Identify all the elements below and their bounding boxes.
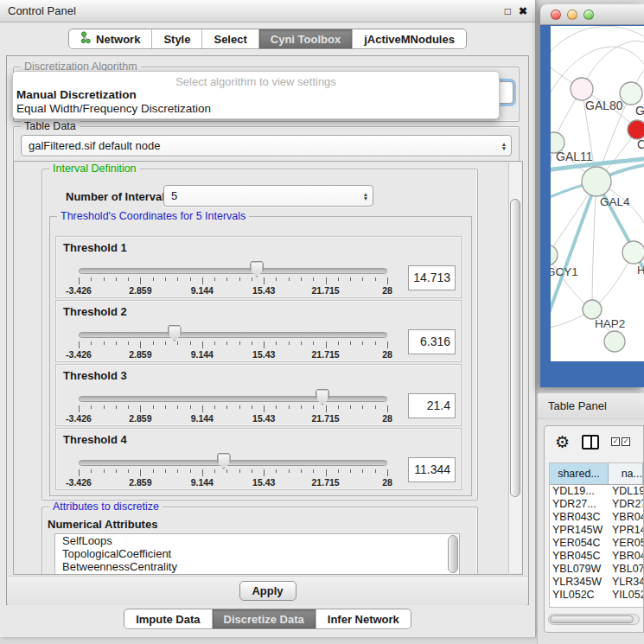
table-cell[interactable]: YDL19...: [550, 485, 609, 498]
threshold-value-field[interactable]: 14.713: [408, 265, 456, 290]
tick-label: 15.43: [252, 477, 275, 488]
slider-thumb[interactable]: [316, 389, 329, 405]
zoom-traffic-light-icon[interactable]: [583, 10, 594, 20]
table-row[interactable]: YDR27...YDR27...: [550, 498, 643, 511]
mode-tab-infer-network[interactable]: Infer Network: [316, 609, 411, 628]
table-row[interactable]: YDL19...YDL19...: [550, 485, 643, 498]
tab-cyni-toolbox[interactable]: Cyni Toolbox: [259, 29, 353, 48]
column-visibility-icons[interactable]: ✓ ✓: [611, 437, 630, 446]
tab-style[interactable]: Style: [152, 29, 202, 48]
table-column-header[interactable]: na...: [609, 463, 643, 484]
table-cell[interactable]: YPR145W: [550, 524, 609, 537]
tab-network[interactable]: Network: [69, 29, 152, 48]
number-of-intervals-combo[interactable]: 5 ▲▼: [163, 185, 373, 207]
table-row[interactable]: YER054CYER054C: [550, 537, 643, 550]
network-node[interactable]: [583, 300, 602, 319]
checkbox-icon[interactable]: ✓: [622, 437, 630, 446]
gear-icon[interactable]: ⚙: [555, 434, 570, 450]
slider-thumb[interactable]: [250, 261, 264, 277]
apply-button[interactable]: Apply: [239, 581, 296, 601]
table-row[interactable]: YBL079WYBL079W: [550, 563, 643, 576]
network-node[interactable]: [551, 245, 558, 265]
table-cell[interactable]: YDR27...: [550, 498, 609, 511]
columns-icon[interactable]: [582, 435, 599, 450]
table-row[interactable]: YLR345WYLR345W: [550, 576, 643, 589]
tick-mark: [326, 405, 327, 412]
table-h-scrollbar[interactable]: [548, 614, 640, 625]
slider-thumb[interactable]: [168, 325, 182, 341]
table-cell[interactable]: YBL079W: [550, 563, 609, 576]
network-node[interactable]: [622, 241, 644, 264]
table-cell[interactable]: YLR345W: [609, 576, 643, 589]
mode-tab-discretize-data[interactable]: Discretize Data: [213, 609, 316, 628]
slider-thumb[interactable]: [217, 453, 231, 469]
table-cell[interactable]: YIL052C: [609, 589, 643, 602]
table-cell[interactable]: YER054C: [550, 537, 609, 550]
threshold-slider-track[interactable]: [79, 332, 387, 338]
table-cell[interactable]: YBR043C: [609, 511, 643, 524]
attribute-list-item[interactable]: TopologicalCoefficient: [55, 547, 459, 560]
attribute-list-item[interactable]: SelfLoops: [55, 534, 459, 547]
table-cell[interactable]: YDR27...: [609, 498, 643, 511]
settings-scrollbar[interactable]: [508, 163, 521, 573]
network-edge[interactable]: [551, 255, 592, 309]
table-cell[interactable]: YBR045C: [550, 550, 609, 563]
close-traffic-light-icon[interactable]: [551, 10, 561, 20]
table-row[interactable]: YPR145WYPR145W: [550, 524, 643, 537]
settings-scrollbar-thumb[interactable]: [510, 199, 520, 497]
network-node[interactable]: [604, 331, 625, 352]
tab-jactivemnodules[interactable]: jActiveMNodules: [353, 29, 466, 48]
attributes-group-title: Attributes to discretize: [49, 501, 163, 513]
tab-select[interactable]: Select: [202, 29, 258, 48]
list-scrollbar-thumb[interactable]: [448, 535, 458, 573]
tick-mark: [104, 405, 105, 409]
tick-mark: [362, 341, 363, 345]
threshold-slider-track[interactable]: [79, 268, 387, 274]
close-icon[interactable]: ✖: [519, 6, 527, 16]
tick-label: 9.144: [191, 413, 214, 424]
table-data-combo[interactable]: galFiltered.sif default node ▲▼: [21, 135, 512, 156]
dropdown-option[interactable]: Manual Discretization: [13, 88, 499, 102]
mode-tab-impute-data[interactable]: Impute Data: [124, 609, 212, 628]
tick-mark: [214, 469, 215, 473]
table-cell[interactable]: YBR045C: [609, 550, 643, 563]
checkbox-icon[interactable]: ✓: [611, 437, 620, 446]
tick-mark: [91, 469, 92, 473]
network-node[interactable]: [582, 167, 611, 196]
minimize-traffic-light-icon[interactable]: [567, 10, 577, 20]
table-data-group: Table Data galFiltered.sif default node …: [13, 126, 520, 163]
tick-mark: [140, 405, 141, 412]
network-node[interactable]: [571, 78, 593, 100]
table-cell[interactable]: YDL19...: [609, 485, 643, 498]
table-row[interactable]: YIL052CYIL052C: [550, 589, 643, 602]
threshold-value-field[interactable]: 11.344: [408, 457, 456, 482]
table-row[interactable]: YBR043CYBR043C: [550, 511, 643, 524]
threshold-label: Threshold 3: [63, 369, 127, 382]
table-h-scrollbar-thumb[interactable]: [550, 615, 634, 623]
threshold-value-field[interactable]: 21.4: [408, 393, 456, 418]
network-canvas[interactable]: GAL80GACGAL11GAL4GCY1HHAP2: [551, 26, 644, 361]
tick-mark: [264, 341, 265, 348]
table-cell[interactable]: YLR345W: [550, 576, 609, 589]
tick-mark: [375, 277, 376, 281]
threshold-value-field[interactable]: 6.316: [408, 329, 456, 354]
tick-mark: [362, 277, 363, 281]
threshold-slider-track[interactable]: [79, 396, 387, 402]
network-edge[interactable]: [592, 182, 596, 309]
table-cell[interactable]: YER054C: [609, 537, 643, 550]
table-row[interactable]: YBR045CYBR045C: [550, 550, 643, 563]
node-label: GCY1: [551, 265, 578, 278]
table-cell[interactable]: YPR145W: [609, 524, 643, 537]
network-node[interactable]: [628, 120, 644, 139]
numerical-attributes-list[interactable]: SelfLoopsTopologicalCoefficientBetweenne…: [54, 533, 460, 575]
table-cell[interactable]: YBR043C: [550, 511, 609, 524]
interval-definition-group: Interval Definition Number of Intervals …: [41, 169, 478, 501]
threshold-slider-track[interactable]: [79, 460, 387, 466]
network-node[interactable]: [620, 82, 642, 105]
table-cell[interactable]: YBL079W: [609, 563, 643, 576]
dropdown-option[interactable]: Equal Width/Frequency Discretization: [13, 102, 499, 116]
table-cell[interactable]: YIL052C: [550, 589, 609, 602]
attribute-list-item[interactable]: BetweennessCentrality: [55, 560, 459, 573]
table-column-header[interactable]: shared...: [550, 463, 609, 484]
float-icon[interactable]: □: [505, 6, 511, 16]
